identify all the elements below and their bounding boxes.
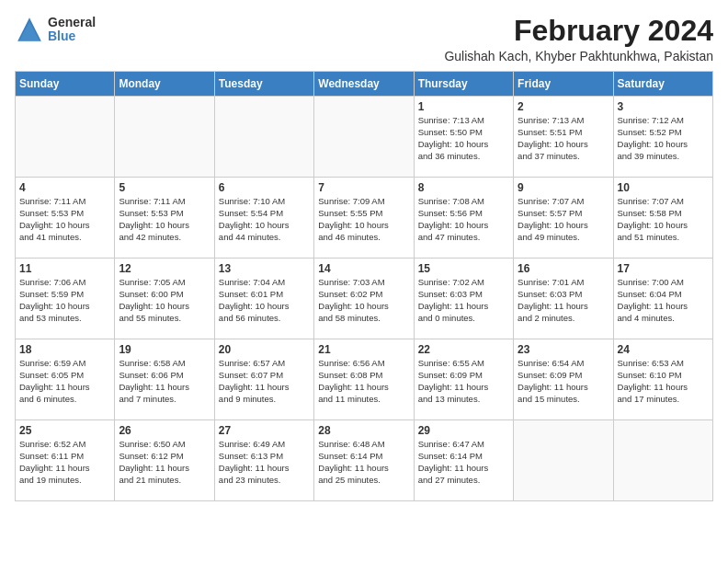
day-number: 10 — [618, 181, 709, 194]
logo-blue: Blue — [48, 29, 96, 43]
table-row: 23Sunrise: 6:54 AM Sunset: 6:09 PM Dayli… — [514, 339, 613, 420]
table-row: 14Sunrise: 7:03 AM Sunset: 6:02 PM Dayli… — [314, 259, 414, 339]
calendar-week-row: 4Sunrise: 7:11 AM Sunset: 5:53 PM Daylig… — [16, 178, 713, 259]
day-number: 22 — [418, 343, 509, 356]
header-sunday: Sunday — [16, 72, 115, 97]
day-number: 2 — [518, 100, 609, 113]
calendar-week-row: 18Sunrise: 6:59 AM Sunset: 6:05 PM Dayli… — [16, 339, 713, 420]
table-row: 22Sunrise: 6:55 AM Sunset: 6:09 PM Dayli… — [414, 339, 513, 420]
day-info: Sunrise: 7:11 AM Sunset: 5:53 PM Dayligh… — [19, 196, 110, 243]
table-row — [613, 420, 712, 501]
location-subtitle: Gulishah Kach, Khyber Pakhtunkhwa, Pakis… — [444, 49, 713, 63]
day-number: 4 — [19, 181, 110, 194]
day-number: 27 — [219, 424, 310, 437]
table-row: 25Sunrise: 6:52 AM Sunset: 6:11 PM Dayli… — [16, 420, 115, 501]
logo-icon — [15, 15, 44, 44]
day-info: Sunrise: 7:08 AM Sunset: 5:56 PM Dayligh… — [418, 196, 509, 243]
table-row: 10Sunrise: 7:07 AM Sunset: 5:58 PM Dayli… — [613, 178, 712, 259]
svg-marker-1 — [19, 22, 40, 41]
day-info: Sunrise: 7:06 AM Sunset: 5:59 PM Dayligh… — [19, 277, 110, 324]
table-row: 1Sunrise: 7:13 AM Sunset: 5:50 PM Daylig… — [414, 97, 513, 178]
table-row: 26Sunrise: 6:50 AM Sunset: 6:12 PM Dayli… — [115, 420, 214, 501]
day-info: Sunrise: 7:07 AM Sunset: 5:58 PM Dayligh… — [618, 196, 709, 243]
day-info: Sunrise: 7:05 AM Sunset: 6:00 PM Dayligh… — [119, 277, 210, 324]
day-info: Sunrise: 6:49 AM Sunset: 6:13 PM Dayligh… — [219, 439, 310, 486]
day-number: 5 — [119, 181, 210, 194]
table-row: 13Sunrise: 7:04 AM Sunset: 6:01 PM Dayli… — [214, 259, 313, 339]
day-info: Sunrise: 7:10 AM Sunset: 5:54 PM Dayligh… — [219, 196, 310, 243]
day-info: Sunrise: 6:59 AM Sunset: 6:05 PM Dayligh… — [19, 358, 110, 405]
day-info: Sunrise: 6:55 AM Sunset: 6:09 PM Dayligh… — [418, 358, 509, 405]
day-number: 24 — [618, 343, 709, 356]
day-number: 15 — [418, 262, 509, 275]
table-row: 4Sunrise: 7:11 AM Sunset: 5:53 PM Daylig… — [16, 178, 115, 259]
day-info: Sunrise: 7:02 AM Sunset: 6:03 PM Dayligh… — [418, 277, 509, 324]
day-number: 28 — [318, 424, 409, 437]
logo-general: General — [48, 16, 96, 29]
day-info: Sunrise: 6:53 AM Sunset: 6:10 PM Dayligh… — [618, 358, 709, 405]
table-row: 29Sunrise: 6:47 AM Sunset: 6:14 PM Dayli… — [414, 420, 513, 501]
day-info: Sunrise: 7:09 AM Sunset: 5:55 PM Dayligh… — [318, 196, 409, 243]
day-number: 3 — [618, 100, 709, 113]
day-number: 29 — [418, 424, 509, 437]
day-info: Sunrise: 6:47 AM Sunset: 6:14 PM Dayligh… — [418, 439, 509, 486]
day-number: 14 — [318, 262, 409, 275]
table-row — [16, 97, 115, 178]
calendar-week-row: 11Sunrise: 7:06 AM Sunset: 5:59 PM Dayli… — [16, 259, 713, 339]
day-info: Sunrise: 6:58 AM Sunset: 6:06 PM Dayligh… — [119, 358, 210, 405]
day-number: 25 — [19, 424, 110, 437]
table-row: 11Sunrise: 7:06 AM Sunset: 5:59 PM Dayli… — [16, 259, 115, 339]
table-row: 28Sunrise: 6:48 AM Sunset: 6:14 PM Dayli… — [314, 420, 414, 501]
day-number: 16 — [518, 262, 609, 275]
table-row: 3Sunrise: 7:12 AM Sunset: 5:52 PM Daylig… — [613, 97, 712, 178]
logo: General Blue — [15, 15, 96, 44]
day-number: 13 — [219, 262, 310, 275]
day-info: Sunrise: 6:56 AM Sunset: 6:08 PM Dayligh… — [318, 358, 409, 405]
header-wednesday: Wednesday — [314, 72, 414, 97]
day-number: 19 — [119, 343, 210, 356]
day-info: Sunrise: 7:11 AM Sunset: 5:53 PM Dayligh… — [119, 196, 210, 243]
day-info: Sunrise: 6:48 AM Sunset: 6:14 PM Dayligh… — [318, 439, 409, 486]
day-number: 17 — [618, 262, 709, 275]
header-saturday: Saturday — [613, 72, 712, 97]
table-row: 20Sunrise: 6:57 AM Sunset: 6:07 PM Dayli… — [214, 339, 313, 420]
day-number: 11 — [19, 262, 110, 275]
table-row: 12Sunrise: 7:05 AM Sunset: 6:00 PM Dayli… — [115, 259, 214, 339]
table-row: 17Sunrise: 7:00 AM Sunset: 6:04 PM Dayli… — [613, 259, 712, 339]
table-row: 21Sunrise: 6:56 AM Sunset: 6:08 PM Dayli… — [314, 339, 414, 420]
table-row: 18Sunrise: 6:59 AM Sunset: 6:05 PM Dayli… — [16, 339, 115, 420]
table-row: 16Sunrise: 7:01 AM Sunset: 6:03 PM Dayli… — [514, 259, 613, 339]
day-number: 26 — [119, 424, 210, 437]
table-row — [514, 420, 613, 501]
day-info: Sunrise: 7:00 AM Sunset: 6:04 PM Dayligh… — [618, 277, 709, 324]
day-info: Sunrise: 6:54 AM Sunset: 6:09 PM Dayligh… — [518, 358, 609, 405]
table-row: 7Sunrise: 7:09 AM Sunset: 5:55 PM Daylig… — [314, 178, 414, 259]
table-row: 19Sunrise: 6:58 AM Sunset: 6:06 PM Dayli… — [115, 339, 214, 420]
table-row: 5Sunrise: 7:11 AM Sunset: 5:53 PM Daylig… — [115, 178, 214, 259]
day-number: 6 — [219, 181, 310, 194]
table-row: 9Sunrise: 7:07 AM Sunset: 5:57 PM Daylig… — [514, 178, 613, 259]
day-info: Sunrise: 6:57 AM Sunset: 6:07 PM Dayligh… — [219, 358, 310, 405]
header-friday: Friday — [514, 72, 613, 97]
calendar-week-row: 1Sunrise: 7:13 AM Sunset: 5:50 PM Daylig… — [16, 97, 713, 178]
table-row — [214, 97, 313, 178]
day-info: Sunrise: 7:13 AM Sunset: 5:51 PM Dayligh… — [518, 115, 609, 162]
day-info: Sunrise: 6:52 AM Sunset: 6:11 PM Dayligh… — [19, 439, 110, 486]
table-row: 2Sunrise: 7:13 AM Sunset: 5:51 PM Daylig… — [514, 97, 613, 178]
day-number: 20 — [219, 343, 310, 356]
day-info: Sunrise: 7:12 AM Sunset: 5:52 PM Dayligh… — [618, 115, 709, 162]
header-tuesday: Tuesday — [214, 72, 313, 97]
calendar-week-row: 25Sunrise: 6:52 AM Sunset: 6:11 PM Dayli… — [16, 420, 713, 501]
table-row — [314, 97, 414, 178]
table-row: 24Sunrise: 6:53 AM Sunset: 6:10 PM Dayli… — [613, 339, 712, 420]
month-title: February 2024 — [444, 15, 713, 47]
day-number: 23 — [518, 343, 609, 356]
day-info: Sunrise: 7:13 AM Sunset: 5:50 PM Dayligh… — [418, 115, 509, 162]
calendar-header-row: Sunday Monday Tuesday Wednesday Thursday… — [16, 72, 713, 97]
table-row: 6Sunrise: 7:10 AM Sunset: 5:54 PM Daylig… — [214, 178, 313, 259]
day-info: Sunrise: 7:03 AM Sunset: 6:02 PM Dayligh… — [318, 277, 409, 324]
day-info: Sunrise: 6:50 AM Sunset: 6:12 PM Dayligh… — [119, 439, 210, 486]
day-number: 7 — [318, 181, 409, 194]
day-number: 12 — [119, 262, 210, 275]
day-number: 18 — [19, 343, 110, 356]
